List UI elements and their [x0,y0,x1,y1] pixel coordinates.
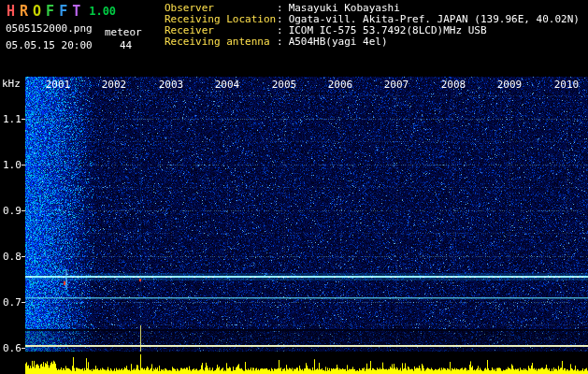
station-info: Observer:Masayuki Kobayashi Receiving Lo… [165,3,580,48]
frequency-tick-label: 0.6 [3,342,22,354]
frequency-unit-label: kHz [2,78,21,90]
time-tick-label: 2010 [554,79,580,91]
frequency-tick-label: 1.0 [3,159,22,171]
info-label: Receiving antenna [165,36,277,48]
frequency-tick-label: 0.9 [3,205,22,217]
time-tick-label: 2003 [159,79,184,91]
time-tick-label: 2002 [102,79,127,91]
app-title: HROFFT1.00 [7,3,116,20]
app-title-letter: R [20,3,28,20]
meteor-echo-count: 44 [120,39,132,51]
frequency-tick-label: 0.8 [3,251,22,263]
output-filename: 0505152000.png [6,22,93,35]
info-value: A504HB(yagi 4el) [289,36,388,48]
time-tick-label: 2008 [441,79,466,91]
app-title-letter: F [59,3,67,20]
app-title-letter: H [7,3,15,20]
app-title-letter: O [33,3,41,20]
time-tick-label: 2004 [215,79,240,91]
time-tick-label: 2009 [497,79,523,91]
frequency-tick-label: 0.7 [3,296,22,309]
frequency-tick-label: 1.1 [3,113,22,125]
info-colon: : [277,36,283,48]
time-tick-label: 2006 [328,79,353,91]
hrofft-output: HROFFT1.00 0505152000.png meteor 05.05.1… [0,0,588,374]
time-tick-label: 2007 [384,79,409,91]
observation-datetime: 05.05.15 20:00 [6,39,93,51]
station-info-row: Receiving antenna:A504HB(yagi 4el) [165,36,580,48]
observation-mode: meteor [105,26,142,38]
app-title-letter: T [72,3,80,20]
app-title-letters: HROFFT [7,3,85,20]
time-tick-label: 2001 [46,79,71,91]
spectrogram-canvas [0,0,588,374]
app-version: 1.00 [89,5,116,18]
time-tick-label: 2005 [272,79,297,91]
app-title-letter: F [46,3,54,20]
